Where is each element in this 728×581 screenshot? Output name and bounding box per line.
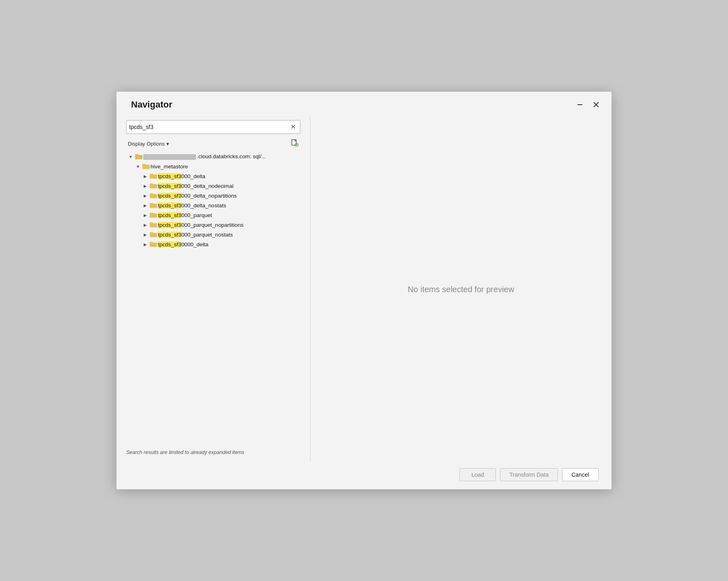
hive-folder-icon: [142, 163, 151, 170]
hive-expand-icon[interactable]: ▼: [134, 164, 142, 169]
item2-folder-icon: [149, 183, 158, 189]
hive-metastore-item[interactable]: ▼ hive_metastore: [126, 161, 307, 171]
item8-expand-icon[interactable]: ▶: [142, 242, 149, 247]
item6-folder-icon: [149, 222, 158, 228]
list-item[interactable]: ▶ tpcds_sf3000_parquet_nopartitions: [126, 220, 307, 230]
svg-rect-10: [142, 165, 150, 169]
svg-rect-7: [135, 155, 142, 159]
root-item-label: .cloud.databricks.com: sql/...: [143, 153, 307, 159]
dialog-controls: [574, 99, 602, 110]
display-options-button[interactable]: Display Options ▾: [126, 140, 171, 148]
item5-folder-icon: [149, 212, 158, 218]
list-item[interactable]: ▶ tpcds_sf30000_delta: [126, 239, 307, 249]
navigator-dialog: Navigator ✕ Display O: [116, 92, 612, 489]
item3-label: tpcds_sf3000_delta_nopartitions: [158, 193, 307, 199]
minimize-button[interactable]: [574, 99, 586, 110]
display-options-row: Display Options ▾: [126, 138, 300, 149]
redacted-hostname: [143, 154, 196, 160]
svg-rect-3: [292, 140, 296, 145]
item2-label: tpcds_sf3000_delta_nodecimal: [158, 183, 307, 189]
list-item[interactable]: ▶ tpcds_sf3000_parquet: [126, 210, 307, 220]
left-panel: ✕ Display Options ▾: [116, 117, 310, 462]
refresh-button[interactable]: [289, 138, 300, 149]
root-label-suffix: .cloud.databricks.com: sql/...: [197, 153, 266, 159]
svg-rect-12: [150, 174, 153, 175]
item3-expand-icon[interactable]: ▶: [142, 194, 149, 198]
svg-rect-0: [577, 104, 582, 105]
list-item[interactable]: ▶ tpcds_sf3000_delta: [126, 171, 307, 181]
load-button[interactable]: Load: [459, 468, 496, 481]
svg-rect-16: [150, 193, 153, 194]
item2-expand-icon[interactable]: ▶: [142, 184, 149, 188]
list-item[interactable]: ▶ tpcds_sf3000_delta_nostats: [126, 200, 307, 210]
item8-folder-icon: [149, 241, 158, 247]
item6-expand-icon[interactable]: ▶: [142, 223, 149, 227]
svg-rect-18: [150, 203, 153, 204]
search-clear-button[interactable]: ✕: [289, 123, 297, 131]
root-folder-icon: [134, 153, 143, 160]
item1-label: tpcds_sf3000_delta: [158, 173, 307, 179]
close-button[interactable]: [590, 99, 602, 110]
search-bar: ✕: [126, 120, 300, 134]
list-item[interactable]: ▶ tpcds_sf3000_delta_nodecimal: [126, 181, 307, 191]
dialog-title: Navigator: [131, 99, 172, 110]
cancel-button[interactable]: Cancel: [562, 468, 599, 481]
dialog-titlebar: Navigator: [116, 92, 612, 114]
item4-expand-icon[interactable]: ▶: [142, 203, 149, 208]
item8-label: tpcds_sf30000_delta: [158, 241, 307, 247]
item7-folder-icon: [149, 231, 158, 238]
svg-rect-20: [150, 213, 153, 214]
chevron-down-icon: ▾: [166, 141, 169, 147]
item6-label: tpcds_sf3000_parquet_nopartitions: [158, 222, 307, 228]
transform-data-button[interactable]: Transform Data: [500, 468, 558, 481]
dialog-body: ✕ Display Options ▾: [116, 114, 612, 462]
item7-expand-icon[interactable]: ▶: [142, 232, 149, 237]
root-expand-icon[interactable]: ▼: [127, 155, 134, 159]
svg-rect-14: [150, 183, 153, 185]
search-input[interactable]: [129, 124, 289, 130]
svg-rect-24: [150, 232, 153, 233]
preview-empty-label: No items selected for preview: [408, 285, 514, 294]
item5-expand-icon[interactable]: ▶: [142, 213, 149, 217]
svg-rect-22: [150, 222, 153, 224]
item5-label: tpcds_sf3000_parquet: [158, 212, 307, 218]
item3-folder-icon: [149, 192, 158, 199]
tree-area: ▼ .cloud.databricks.com: sql/... ▼: [126, 152, 310, 445]
item1-folder-icon: [149, 173, 158, 179]
item1-expand-icon[interactable]: ▶: [142, 174, 149, 179]
display-options-label: Display Options: [128, 141, 165, 147]
tree-root-item[interactable]: ▼ .cloud.databricks.com: sql/...: [126, 152, 307, 161]
preview-panel: No items selected for preview: [310, 117, 612, 462]
item7-label: tpcds_sf3000_parquet_nostats: [158, 232, 307, 238]
item4-folder-icon: [149, 202, 158, 209]
search-note: Search results are limited to already ex…: [126, 445, 310, 462]
svg-rect-26: [150, 242, 153, 243]
item4-label: tpcds_sf3000_delta_nostats: [158, 202, 307, 209]
hive-metastore-label: hive_metastore: [151, 164, 307, 170]
list-item[interactable]: ▶ tpcds_sf3000_parquet_nostats: [126, 230, 307, 239]
dialog-footer: Load Transform Data Cancel: [116, 462, 612, 489]
list-item[interactable]: ▶ tpcds_sf3000_delta_nopartitions: [126, 191, 307, 200]
